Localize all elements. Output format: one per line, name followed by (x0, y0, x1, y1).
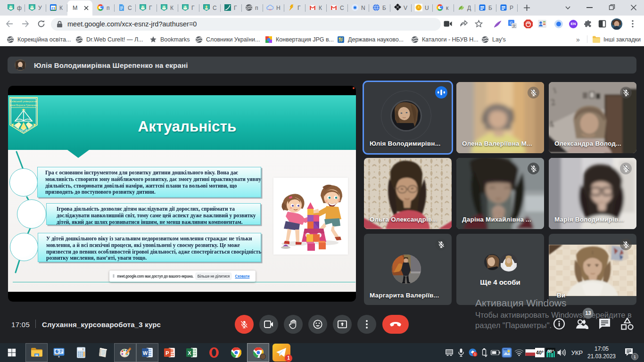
svg-text:1: 1 (474, 352, 476, 356)
svg-text:P: P (165, 350, 169, 356)
svg-text:W: W (142, 350, 148, 356)
svg-text:文: 文 (512, 24, 516, 28)
svg-text:X: X (188, 350, 191, 356)
svg-text:21: 21 (51, 6, 55, 10)
svg-text:0: 0 (82, 348, 83, 351)
svg-text:Київський університет: Київський університет (10, 100, 37, 103)
svg-text:імені Бориса Грінченка: імені Бориса Грінченка (9, 104, 38, 107)
